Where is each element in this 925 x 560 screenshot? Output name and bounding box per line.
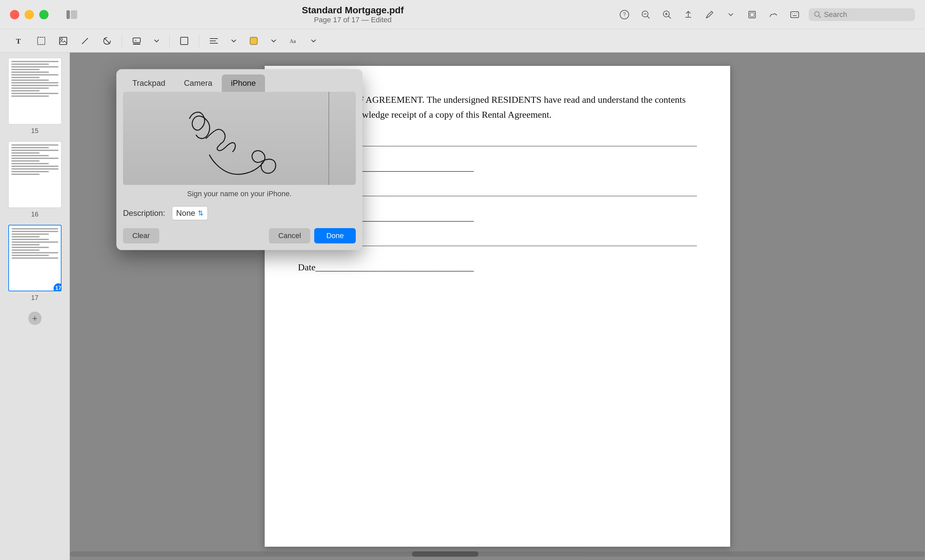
page-thumb-16[interactable]: 16: [3, 142, 66, 218]
thumb-line: [12, 239, 49, 240]
thumb-line: [11, 85, 59, 86]
text-size-dropdown[interactable]: [306, 36, 321, 45]
color-fill-dropdown[interactable]: [266, 36, 281, 45]
doc-title: Standard Mortgage.pdf: [302, 5, 404, 16]
thumb-line: [12, 231, 58, 232]
clear-button[interactable]: Clear: [123, 228, 159, 244]
close-button[interactable]: [10, 10, 19, 19]
search-box[interactable]: [809, 8, 915, 21]
svg-rect-32: [250, 37, 258, 45]
toolbar-separator-1: [122, 34, 122, 48]
main-content: 15 16: [0, 53, 925, 560]
add-page-button[interactable]: +: [28, 312, 42, 325]
pdf-area: 32. RECEIPT OF AGREEMENT. The undersigne…: [70, 53, 925, 560]
thumb-line: [12, 247, 49, 248]
title-section: Standard Mortgage.pdf Page 17 of 17 — Ed…: [89, 5, 617, 24]
text-size-button[interactable]: Aa: [284, 33, 303, 48]
page-thumbnail-17: 17: [8, 225, 62, 291]
page-thumb-15[interactable]: 15: [3, 58, 66, 135]
tab-iphone[interactable]: iPhone: [222, 74, 265, 92]
annotation-chevron-icon[interactable]: [723, 7, 738, 22]
zoom-in-icon[interactable]: [660, 7, 674, 22]
help-icon[interactable]: ?: [617, 7, 632, 22]
rectangle-selection-tool[interactable]: [32, 33, 51, 48]
fullscreen-button[interactable]: [39, 10, 48, 19]
svg-text:Aa: Aa: [289, 38, 296, 44]
titlebar: Standard Mortgage.pdf Page 17 of 17 — Ed…: [0, 0, 925, 29]
thumb-line: [12, 228, 58, 229]
thumb-line: [11, 90, 39, 92]
stamp-tool-button[interactable]: A: [127, 33, 146, 48]
thumb-line: [11, 163, 49, 164]
svg-rect-1: [71, 10, 77, 19]
share-icon[interactable]: [681, 7, 696, 22]
toolbar: T A: [0, 29, 925, 53]
page-number-17: 17: [31, 294, 38, 302]
stamp-dropdown-button[interactable]: [149, 36, 164, 45]
keyboard-icon[interactable]: [787, 7, 802, 22]
page-thumb-17[interactable]: 17 17: [3, 225, 66, 302]
text-align-dropdown[interactable]: [226, 36, 241, 45]
done-button[interactable]: Done: [314, 228, 356, 244]
dialog-buttons-right: Cancel Done: [269, 228, 356, 244]
thumb-line: [11, 74, 59, 75]
description-value: None: [176, 209, 195, 218]
text-align-button[interactable]: [205, 35, 223, 47]
cancel-button[interactable]: Cancel: [269, 228, 310, 244]
svg-text:T: T: [16, 37, 21, 45]
thumb-line: [11, 71, 49, 73]
svg-rect-0: [66, 10, 70, 19]
svg-rect-11: [749, 11, 755, 18]
toolbar-right: ?: [617, 7, 915, 22]
active-page-badge: 17: [54, 283, 62, 291]
thumb-line: [11, 145, 59, 146]
thumb-line: [11, 173, 39, 175]
sidebar: 15 16: [0, 53, 70, 560]
thumb-line: [11, 93, 59, 94]
color-fill-button[interactable]: [244, 33, 263, 48]
thumb-line: [12, 249, 39, 251]
svg-rect-21: [38, 37, 45, 45]
link-tool-button[interactable]: [175, 33, 193, 48]
dialog-description-row: Description: None ⇅: [116, 203, 362, 223]
sign-icon[interactable]: [766, 7, 781, 22]
minimize-button[interactable]: [25, 10, 34, 19]
crop-icon[interactable]: [745, 7, 759, 22]
svg-point-23: [60, 38, 63, 40]
thumb-line: [11, 61, 59, 62]
redact-tool-button[interactable]: [98, 33, 116, 48]
search-input[interactable]: [824, 10, 910, 19]
toolbar-separator-2: [169, 34, 170, 48]
thumb-line: [11, 63, 49, 65]
thumb-line: [11, 66, 59, 68]
zoom-out-icon[interactable]: [639, 7, 653, 22]
thumb-line: [11, 95, 49, 97]
sidebar-toggle-button[interactable]: [62, 6, 82, 23]
svg-line-6: [647, 16, 649, 18]
svg-text:?: ?: [623, 12, 626, 17]
text-tool-button[interactable]: T: [10, 33, 29, 48]
tab-camera[interactable]: Camera: [175, 74, 221, 92]
thumb-line: [11, 80, 49, 81]
page-number-15: 15: [31, 127, 38, 135]
dialog-tabs: Trackpad Camera iPhone: [116, 69, 362, 92]
highlight-tool-button[interactable]: [76, 33, 95, 48]
description-select[interactable]: None ⇅: [172, 206, 208, 220]
thumb-line: [11, 87, 49, 89]
signature-drawing: [123, 92, 356, 185]
thumb-line: [11, 150, 59, 151]
signature-canvas[interactable]: [123, 92, 356, 185]
dialog-buttons: Clear Cancel Done: [116, 223, 362, 250]
thumb-line: [11, 166, 59, 167]
thumb-line: [12, 236, 39, 238]
thumb-line: [12, 233, 49, 235]
dialog-hint: Sign your name on your iPhone.: [116, 185, 362, 203]
tab-trackpad[interactable]: Trackpad: [123, 74, 175, 92]
thumb-line: [11, 69, 39, 70]
thumb-line: [11, 160, 39, 162]
image-tool-button[interactable]: [54, 33, 72, 48]
thumb-line: [12, 252, 58, 253]
signature-dialog: Trackpad Camera iPhone: [116, 69, 362, 250]
pen-icon[interactable]: [702, 7, 717, 22]
thumb-line: [12, 257, 58, 259]
